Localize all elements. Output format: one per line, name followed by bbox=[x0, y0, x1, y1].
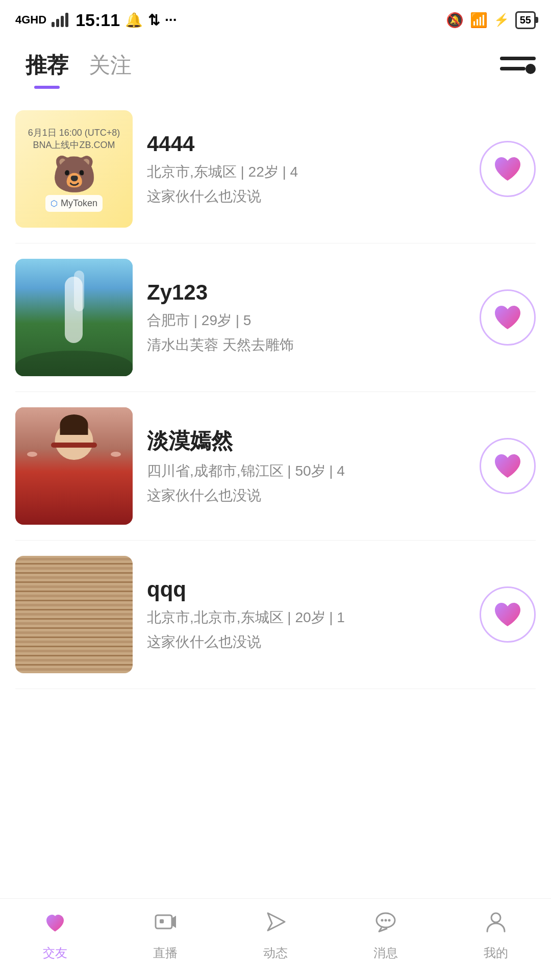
user-card: qqq 北京市,北京市,东城区 | 20岁 | 1 这家伙什么也没说 bbox=[15, 541, 536, 689]
notification-icon: 🔔 bbox=[125, 12, 143, 29]
tab-recommended[interactable]: 推荐 bbox=[15, 46, 79, 85]
user-meta: 合肥市 | 29岁 | 5 bbox=[147, 311, 465, 330]
svg-point-4 bbox=[381, 919, 384, 922]
filter-circle bbox=[525, 64, 536, 74]
user-bio: 这家伙什么也没说 bbox=[147, 486, 465, 505]
header: 推荐 关注 bbox=[0, 36, 551, 85]
like-button[interactable] bbox=[480, 141, 536, 197]
mine-icon bbox=[483, 909, 509, 941]
tab-following[interactable]: 关注 bbox=[79, 46, 142, 85]
moments-icon bbox=[263, 909, 288, 941]
mute-icon: 🔕 bbox=[446, 12, 464, 29]
messages-icon bbox=[373, 909, 398, 941]
svg-point-7 bbox=[491, 913, 500, 922]
user-list: 6月1日 16:00 (UTC+8)BNA上线中ZB.COM 🐻 ⬡ MyTok… bbox=[0, 85, 551, 901]
lightning-icon: ⚡ bbox=[494, 13, 509, 27]
svg-point-6 bbox=[388, 919, 391, 922]
usb-icon: ⇅ bbox=[148, 12, 160, 29]
friends-icon bbox=[42, 909, 68, 941]
nav-label-mine: 我的 bbox=[484, 945, 508, 961]
ad-text: MyToken bbox=[61, 198, 97, 209]
user-card: 淡漠嫣然 四川省,成都市,锦江区 | 50岁 | 4 这家伙什么也没说 bbox=[15, 392, 536, 541]
user-name: 4444 bbox=[147, 132, 465, 156]
status-right: 🔕 📶 ⚡ 55 bbox=[446, 11, 536, 29]
signal-bars bbox=[52, 13, 68, 27]
like-button[interactable] bbox=[480, 438, 536, 494]
like-button[interactable] bbox=[480, 289, 536, 346]
user-name: 淡漠嫣然 bbox=[147, 427, 465, 455]
status-bar: 4GHD 15:11 🔔 ⇅ ··· 🔕 📶 ⚡ 55 bbox=[0, 0, 551, 36]
user-avatar[interactable]: 6月1日 16:00 (UTC+8)BNA上线中ZB.COM 🐻 ⬡ MyTok… bbox=[15, 110, 133, 228]
nav-label-friends: 交友 bbox=[43, 945, 67, 961]
wifi-icon: 📶 bbox=[470, 12, 488, 29]
time: 15:11 bbox=[76, 10, 120, 30]
user-info: Zy123 合肥市 | 29岁 | 5 清水出芙蓉 天然去雕饰 bbox=[147, 280, 465, 355]
user-meta: 四川省,成都市,锦江区 | 50岁 | 4 bbox=[147, 461, 465, 481]
status-left: 4GHD 15:11 🔔 ⇅ ··· bbox=[15, 10, 177, 30]
live-icon bbox=[153, 909, 178, 941]
battery: 55 bbox=[515, 11, 536, 29]
user-meta: 北京市,东城区 | 22岁 | 4 bbox=[147, 162, 465, 182]
user-name: qqq bbox=[147, 577, 465, 602]
filter-line-2 bbox=[500, 67, 525, 70]
tab-underline bbox=[34, 86, 60, 89]
nav-label-messages: 消息 bbox=[373, 945, 398, 961]
nav-item-live[interactable]: 直播 bbox=[110, 909, 220, 961]
nav-label-live: 直播 bbox=[153, 945, 178, 961]
svg-rect-2 bbox=[160, 919, 164, 923]
nav-label-moments: 动态 bbox=[263, 945, 288, 961]
nav-item-friends[interactable]: 交友 bbox=[0, 909, 110, 961]
more-icon: ··· bbox=[165, 12, 177, 28]
nav-item-mine[interactable]: 我的 bbox=[441, 909, 551, 961]
user-avatar[interactable] bbox=[15, 259, 133, 376]
network-type: 4GHD bbox=[15, 13, 46, 27]
filter-line-1 bbox=[500, 57, 536, 60]
nav-item-moments[interactable]: 动态 bbox=[220, 909, 331, 961]
user-avatar[interactable] bbox=[15, 556, 133, 673]
user-bio: 这家伙什么也没说 bbox=[147, 187, 465, 206]
filter-button[interactable] bbox=[500, 53, 536, 78]
user-bio: 清水出芙蓉 天然去雕饰 bbox=[147, 335, 465, 355]
nav-item-messages[interactable]: 消息 bbox=[331, 909, 441, 961]
user-info: 4444 北京市,东城区 | 22岁 | 4 这家伙什么也没说 bbox=[147, 132, 465, 206]
like-button[interactable] bbox=[480, 586, 536, 643]
user-meta: 北京市,北京市,东城区 | 20岁 | 1 bbox=[147, 608, 465, 627]
user-name: Zy123 bbox=[147, 280, 465, 305]
user-bio: 这家伙什么也没说 bbox=[147, 632, 465, 652]
user-info: qqq 北京市,北京市,东城区 | 20岁 | 1 这家伙什么也没说 bbox=[147, 577, 465, 652]
user-info: 淡漠嫣然 四川省,成都市,锦江区 | 50岁 | 4 这家伙什么也没说 bbox=[147, 427, 465, 505]
svg-point-5 bbox=[385, 919, 387, 922]
bottom-nav: 交友 直播 动态 消息 bbox=[0, 898, 551, 980]
user-avatar[interactable] bbox=[15, 407, 133, 525]
user-card: Zy123 合肥市 | 29岁 | 5 清水出芙蓉 天然去雕饰 bbox=[15, 243, 536, 392]
user-card: 6月1日 16:00 (UTC+8)BNA上线中ZB.COM 🐻 ⬡ MyTok… bbox=[15, 95, 536, 243]
